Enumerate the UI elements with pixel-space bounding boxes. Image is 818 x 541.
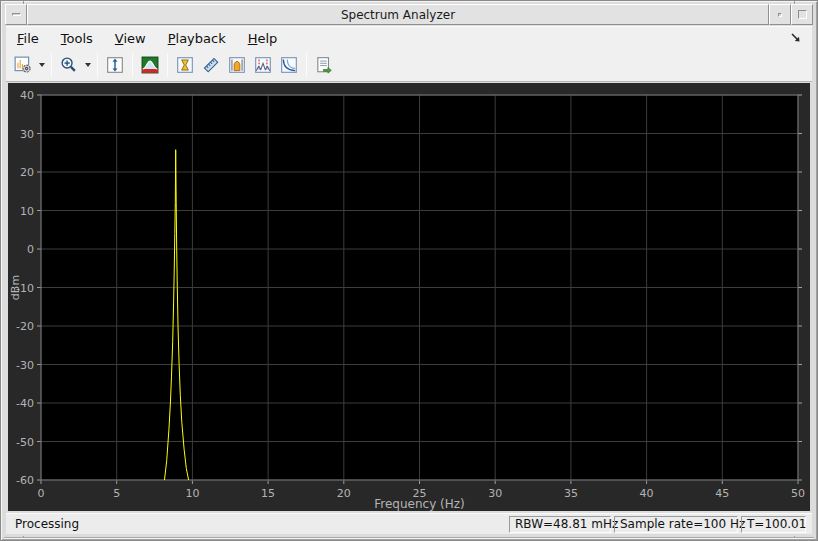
time-panel: T=100.01	[741, 516, 806, 533]
svg-text:0: 0	[38, 487, 45, 500]
svg-text:50: 50	[791, 487, 805, 500]
maximize-button[interactable]	[791, 4, 813, 25]
toolbar-separator	[51, 53, 52, 77]
rbw-panel: RBW=48.81 mHz	[509, 516, 611, 533]
chevron-down-icon	[85, 63, 91, 67]
maximize-icon	[798, 10, 807, 19]
svg-text:-60: -60	[16, 474, 34, 487]
distortion-measurements-icon	[176, 56, 194, 74]
svg-text:35: 35	[564, 487, 578, 500]
ccdf-measurements-button[interactable]	[276, 52, 302, 78]
zoom-in-button[interactable]	[56, 52, 82, 78]
titlebar[interactable]: Spectrum Analyzer	[5, 4, 813, 25]
status-message: Processing	[6, 517, 509, 531]
svg-text:20: 20	[337, 487, 351, 500]
export-icon	[315, 56, 333, 74]
svg-text:0: 0	[27, 243, 34, 256]
ccdf-measurements-icon	[280, 56, 298, 74]
iconify-button[interactable]	[769, 4, 791, 25]
svg-text:15: 15	[261, 487, 275, 500]
channel-measurements-button[interactable]	[250, 52, 276, 78]
toolbar-separator	[132, 53, 133, 77]
svg-text:-30: -30	[16, 359, 34, 372]
svg-text:Frequency (Hz): Frequency (Hz)	[374, 497, 465, 511]
toolbar-separator	[97, 53, 98, 77]
svg-text:40: 40	[640, 487, 654, 500]
spectrum-settings-icon	[14, 56, 32, 74]
svg-text:-40: -40	[16, 397, 34, 410]
svg-text:40: 40	[20, 89, 34, 102]
svg-text:30: 30	[20, 128, 34, 141]
chevron-down-icon	[39, 63, 45, 67]
iconify-icon	[778, 13, 782, 17]
svg-text:10: 10	[20, 205, 34, 218]
svg-text:-20: -20	[16, 320, 34, 333]
frame-groove	[4, 537, 814, 538]
peak-finder-button[interactable]	[224, 52, 250, 78]
toolbar-separator	[167, 53, 168, 77]
spectrum-settings-button[interactable]	[10, 52, 36, 78]
svg-text:30: 30	[488, 487, 502, 500]
menu-help[interactable]: Help	[237, 28, 289, 49]
zoom-dropdown[interactable]	[82, 52, 93, 78]
spectrum-display-icon	[141, 56, 159, 74]
svg-text:-50: -50	[16, 436, 34, 449]
spectrum-settings-dropdown[interactable]	[36, 52, 47, 78]
cursor-measurements-button[interactable]	[198, 52, 224, 78]
menubar: File Tools View Playback Help	[6, 26, 812, 49]
toolbar	[6, 49, 812, 82]
menu-tools[interactable]: Tools	[50, 28, 104, 49]
fit-to-view-button[interactable]	[102, 52, 128, 78]
zoom-in-icon	[60, 56, 78, 74]
plot-panel: 05101520253035404550403020100-10-20-30-4…	[8, 83, 810, 511]
statusbar: Processing RBW=48.81 mHz Sample rate=100…	[6, 513, 812, 534]
distortion-measurements-button[interactable]	[172, 52, 198, 78]
svg-text:20: 20	[20, 166, 34, 179]
sample-rate-panel: Sample rate=100 Hz	[614, 516, 738, 533]
menu-playback[interactable]: Playback	[157, 28, 237, 49]
window-menu-button[interactable]	[5, 4, 27, 25]
dock-arrow-icon	[790, 32, 802, 44]
svg-text:10: 10	[185, 487, 199, 500]
spectrum-display-button[interactable]	[137, 52, 163, 78]
fit-to-view-icon	[106, 56, 124, 74]
export-button[interactable]	[311, 52, 337, 78]
toolbar-separator	[306, 53, 307, 77]
window-title: Spectrum Analyzer	[27, 4, 769, 25]
spectrum-plot[interactable]: 05101520253035404550403020100-10-20-30-4…	[8, 83, 810, 511]
svg-text:dBm: dBm	[9, 275, 22, 300]
svg-text:45: 45	[715, 487, 729, 500]
svg-text:5: 5	[113, 487, 120, 500]
peak-finder-icon	[228, 56, 246, 74]
spectrum-analyzer-window: Spectrum Analyzer File Tools View Playba…	[0, 0, 818, 541]
dock-button[interactable]	[786, 29, 806, 47]
window-menu-icon	[12, 13, 21, 16]
menu-file[interactable]: File	[6, 28, 50, 49]
cursor-measurements-icon	[202, 56, 220, 74]
menu-view[interactable]: View	[104, 28, 157, 49]
channel-measurements-icon	[254, 56, 272, 74]
